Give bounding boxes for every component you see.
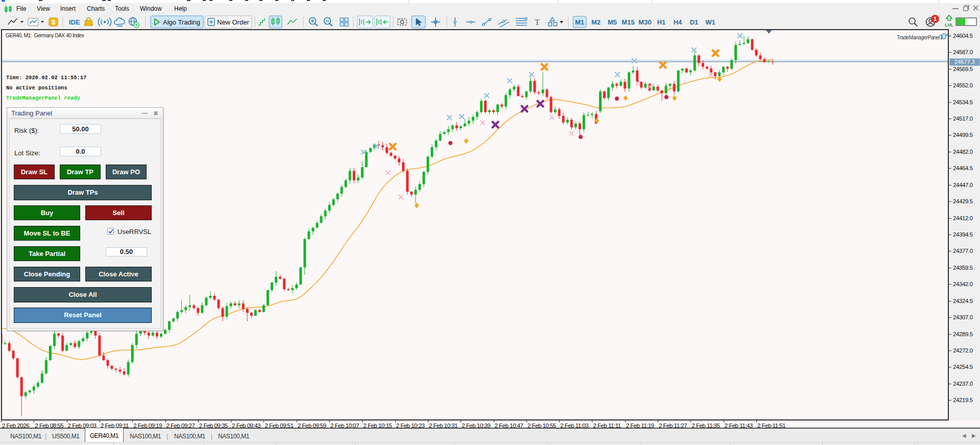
svg-text:H4: H4 — [674, 18, 682, 26]
svg-text:M30: M30 — [638, 18, 651, 26]
svg-text:D1: D1 — [690, 18, 699, 26]
svg-text:New Order: New Order — [217, 18, 250, 26]
svg-text:IDE: IDE — [69, 18, 80, 26]
svg-text:M5: M5 — [608, 18, 617, 26]
svg-text:Algo Trading: Algo Trading — [163, 18, 200, 26]
svg-text:$: $ — [52, 18, 56, 26]
svg-text:1: 1 — [934, 16, 937, 22]
svg-text:M1: M1 — [575, 18, 584, 26]
svg-text:H1: H1 — [657, 18, 666, 26]
svg-text:W1: W1 — [705, 18, 715, 26]
svg-text:T: T — [535, 18, 540, 27]
svg-text:LVL: LVL — [945, 22, 953, 28]
svg-text:M15: M15 — [622, 18, 634, 26]
svg-text:M2: M2 — [591, 18, 601, 26]
